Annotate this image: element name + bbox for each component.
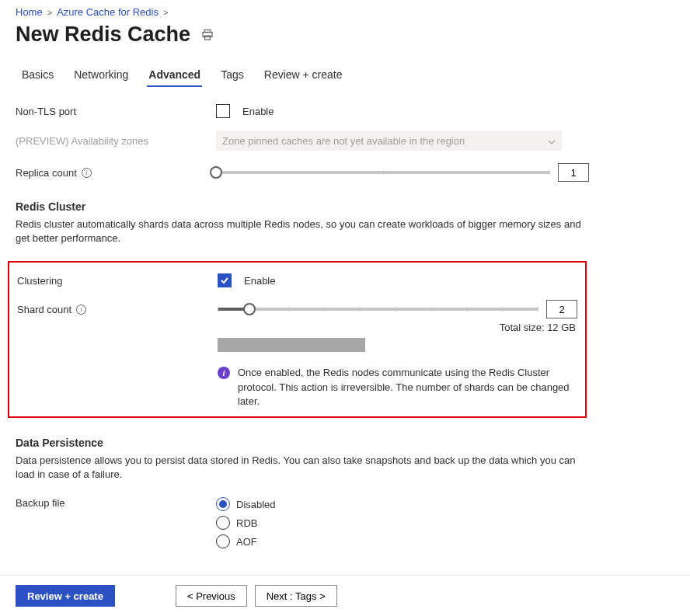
replica-count-label: Replica count i xyxy=(16,167,216,179)
redis-cluster-desc: Redis cluster automatically shards data … xyxy=(16,218,583,245)
tabs: Basics Networking Advanced Tags Review +… xyxy=(16,64,674,87)
shard-count-input[interactable] xyxy=(546,300,577,318)
clustering-checkbox[interactable] xyxy=(218,273,232,287)
tab-basics[interactable]: Basics xyxy=(20,64,55,87)
info-badge-icon: i xyxy=(218,367,230,379)
clustering-info-note: Once enabled, the Redis nodes communicat… xyxy=(238,366,577,409)
breadcrumb-redis[interactable]: Azure Cache for Redis xyxy=(57,6,159,18)
backup-option-label: Disabled xyxy=(236,499,276,510)
availability-zones-select: Zone pinned caches are not yet available… xyxy=(216,131,562,151)
radio-icon xyxy=(216,497,230,511)
replica-count-thumb[interactable] xyxy=(210,166,222,179)
page-title: New Redis Cache xyxy=(16,23,190,47)
clustering-label: Clustering xyxy=(17,275,218,287)
shard-count-slider[interactable] xyxy=(218,308,538,311)
backup-radio-group: Disabled RDB AOF xyxy=(216,497,276,548)
print-icon[interactable] xyxy=(201,29,214,41)
total-size-label: Total size: 12 GB xyxy=(218,322,577,333)
shard-count-thumb[interactable] xyxy=(243,303,256,315)
redis-cluster-heading: Redis Cluster xyxy=(16,200,674,213)
data-persistence-desc: Data persistence allows you to persist d… xyxy=(16,454,583,482)
chevron-right-icon: > xyxy=(47,8,52,17)
tab-networking[interactable]: Networking xyxy=(72,64,130,87)
chevron-down-icon xyxy=(548,135,556,147)
next-button[interactable]: Next : Tags > xyxy=(255,585,337,607)
replica-count-slider[interactable] xyxy=(216,171,550,174)
breadcrumb-home[interactable]: Home xyxy=(16,6,43,18)
non-tls-checkbox-label: Enable xyxy=(242,106,274,117)
replica-count-input[interactable] xyxy=(558,163,589,182)
chevron-right-icon: > xyxy=(163,8,168,17)
tab-advanced[interactable]: Advanced xyxy=(147,64,202,87)
previous-button[interactable]: < Previous xyxy=(176,585,247,607)
backup-file-label: Backup file xyxy=(16,497,216,509)
backup-radio-aof[interactable]: AOF xyxy=(216,534,276,548)
review-create-button[interactable]: Review + create xyxy=(16,585,115,607)
pricing-bar xyxy=(218,338,365,352)
data-persistence-heading: Data Persistence xyxy=(16,437,674,449)
wizard-footer: Review + create < Previous Next : Tags > xyxy=(0,575,690,616)
info-icon[interactable]: i xyxy=(82,168,92,178)
radio-icon xyxy=(216,534,230,548)
radio-icon xyxy=(216,516,230,530)
tab-review-create[interactable]: Review + create xyxy=(263,64,344,87)
backup-radio-disabled[interactable]: Disabled xyxy=(216,497,276,511)
clustering-checkbox-label: Enable xyxy=(244,275,275,287)
tab-tags[interactable]: Tags xyxy=(219,64,246,87)
svg-rect-2 xyxy=(205,36,211,40)
shard-count-label: Shard count i xyxy=(17,304,218,315)
clustering-highlight: Clustering Enable Shard count i xyxy=(8,261,587,418)
availability-zones-placeholder: Zone pinned caches are not yet available… xyxy=(222,135,465,147)
backup-radio-rdb[interactable]: RDB xyxy=(216,516,276,530)
availability-zones-label: (PREVIEW) Availability zones xyxy=(16,135,216,147)
info-icon[interactable]: i xyxy=(76,305,86,315)
backup-option-label: RDB xyxy=(236,517,257,529)
breadcrumb: Home > Azure Cache for Redis > xyxy=(16,6,674,18)
backup-option-label: AOF xyxy=(236,536,257,548)
non-tls-label: Non-TLS port xyxy=(16,106,216,117)
non-tls-checkbox[interactable] xyxy=(216,104,230,118)
